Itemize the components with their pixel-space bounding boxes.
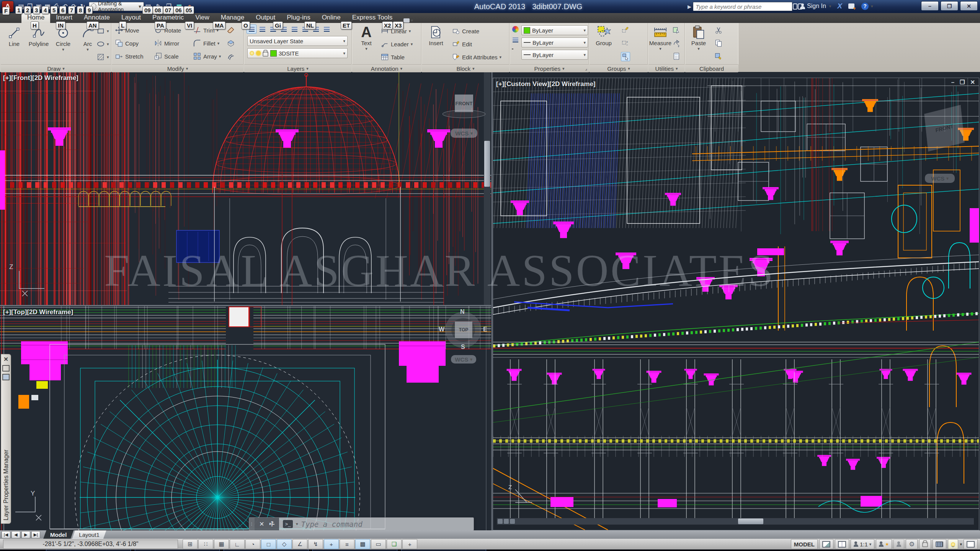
- toggle-show-transparency[interactable]: ▩: [355, 539, 370, 549]
- layer-on-icon[interactable]: [250, 51, 254, 55]
- layer-properties-palette-tab[interactable]: ✕ Layer Properties Manager: [1, 354, 11, 524]
- panel-label-groups[interactable]: Groups▾: [590, 64, 648, 72]
- chevron-down-icon[interactable]: ▾: [296, 522, 298, 527]
- insert-block-button[interactable]: Insert: [424, 24, 448, 46]
- hatch-button[interactable]: ▾: [96, 53, 109, 61]
- communication-center-icon[interactable]: [848, 3, 854, 9]
- drawing-window-custom-view[interactable]: [+][Custom View][2D Wireframe] – ❐ ✕ FRO…: [493, 78, 979, 530]
- minimize-button[interactable]: –: [921, 1, 939, 11]
- toggle-3d-object-snap[interactable]: ◇: [277, 539, 292, 549]
- chevron-down-icon[interactable]: ▾: [62, 47, 64, 52]
- copy-clip-button[interactable]: [714, 39, 723, 47]
- command-bar-grip[interactable]: ⋮: [249, 518, 255, 530]
- layer-tool-icon-1[interactable]: [257, 24, 267, 34]
- toggle-object-snap-tracking[interactable]: ∠: [292, 539, 307, 549]
- panel-label-properties[interactable]: Properties▾⌟: [510, 64, 589, 72]
- layer-combo[interactable]: 3DSITE ▾: [247, 48, 348, 58]
- tab-overflow-icon[interactable]: ▾: [403, 18, 413, 23]
- quick-calculator-button[interactable]: [672, 52, 681, 60]
- erase-button[interactable]: [227, 26, 235, 34]
- compass-n[interactable]: N: [460, 308, 465, 315]
- clean-screen-button[interactable]: [964, 539, 978, 549]
- palette-close-icon[interactable]: ✕: [3, 356, 8, 363]
- wcs-menu-custom[interactable]: WCS▾: [925, 174, 955, 183]
- explode-button[interactable]: [227, 39, 235, 47]
- quick-view-drawings-button[interactable]: [835, 539, 849, 549]
- chevron-down-icon[interactable]: ▾: [343, 39, 345, 44]
- edit-attributes-button[interactable]: Edit Attributes▾: [452, 53, 501, 61]
- front-vertical-scrollbar[interactable]: [484, 72, 490, 305]
- lock-ui-button[interactable]: [919, 539, 931, 549]
- chevron-down-icon[interactable]: ▾: [829, 4, 831, 9]
- toggle-infer-constraints[interactable]: ⊞: [183, 539, 198, 549]
- viewport-top[interactable]: [+][Top][2D Wireframe] N W E S TOP WCS▾ …: [0, 306, 491, 530]
- panel-label-utilities[interactable]: Utilities▾: [648, 64, 684, 72]
- next-tab-button[interactable]: ▶: [21, 531, 30, 538]
- rollover-arrow-icon[interactable]: ▶: [688, 4, 691, 10]
- toggle-quick-properties[interactable]: ▭: [371, 539, 386, 549]
- paste-button[interactable]: Paste ▾: [687, 24, 710, 51]
- move-button[interactable]: Move: [115, 26, 139, 34]
- compass-s[interactable]: S: [461, 344, 465, 350]
- group-button[interactable]: Group: [592, 24, 616, 46]
- toggle-selection-cycling[interactable]: ❏: [387, 539, 402, 549]
- workspace-switcher[interactable]: Drafting & Annotation ▼: [89, 2, 144, 11]
- chevron-down-icon[interactable]: ▾: [87, 47, 89, 52]
- quick-select-button[interactable]: [672, 26, 681, 34]
- auto-annotation-scale-button[interactable]: [893, 539, 904, 549]
- toggle-grid-display[interactable]: ▦: [214, 539, 229, 549]
- toggle-dynamic-ucs[interactable]: ↯: [308, 539, 323, 549]
- prev-tab-button[interactable]: ◀: [11, 531, 20, 538]
- measure-button[interactable]: Measure ▾: [648, 24, 672, 51]
- compass-e[interactable]: E: [483, 326, 487, 333]
- toggle-polar-tracking[interactable]: ◔: [245, 539, 260, 549]
- command-wrench-icon[interactable]: ⚒: [267, 520, 276, 529]
- panel-label-draw[interactable]: Draw▾: [1, 64, 111, 72]
- palette-autohide-icon[interactable]: [2, 365, 10, 372]
- model-space-button[interactable]: MODEL: [791, 539, 818, 549]
- quick-view-layouts-button[interactable]: [819, 539, 833, 549]
- layer-color-swatch[interactable]: [270, 50, 277, 57]
- layer-thaw-icon[interactable]: [256, 51, 261, 55]
- text-button[interactable]: A Text ▾: [354, 24, 378, 51]
- toggle-annotation-monitor[interactable]: +: [402, 539, 417, 549]
- point-style-button[interactable]: [672, 39, 681, 47]
- edit-block-button[interactable]: Edit: [452, 40, 472, 48]
- scrollbar-thumb[interactable]: [484, 141, 490, 187]
- last-tab-button[interactable]: ▶|: [31, 531, 40, 538]
- coordinates-readout[interactable]: -281'-5 1/2", -3.0968E+03, 4'-6 1/8": [3, 540, 178, 549]
- viewport-splitter-vertical[interactable]: [491, 72, 493, 530]
- layer-state-combo[interactable]: Unsaved Layer State▾: [247, 36, 348, 46]
- panel-label-annotation[interactable]: Annotation▾: [352, 64, 421, 72]
- viewcube-front[interactable]: FRONT: [455, 95, 473, 112]
- fillet-button[interactable]: Fillet▾: [193, 39, 219, 47]
- doc-close-button[interactable]: ✕: [970, 79, 975, 86]
- command-close-icon[interactable]: ✕: [259, 520, 264, 528]
- layer-tool-icon-4[interactable]: [289, 24, 299, 34]
- viewport-front[interactable]: [+][Front][2D Wireframe] FRONT WCS▾ Z: [0, 72, 491, 305]
- toggle-object-snap[interactable]: □: [261, 539, 276, 549]
- sign-in-area[interactable]: Sign In ▾ X ? ▾: [800, 2, 873, 10]
- panel-label-modify[interactable]: Modify▾: [112, 64, 243, 72]
- annotation-visibility-button[interactable]: ★: [876, 539, 892, 549]
- dialog-launcher-icon[interactable]: ⌟: [585, 66, 587, 71]
- copy-button[interactable]: Copy: [115, 39, 139, 47]
- viewport-custom-label[interactable]: [+][Custom View][2D Wireframe]: [496, 80, 596, 88]
- linetype-combo[interactable]: ByLayer▾: [521, 50, 588, 60]
- viewcube-top[interactable]: TOP: [455, 321, 472, 338]
- doc-minimize-button[interactable]: –: [951, 79, 954, 86]
- wcs-menu-front[interactable]: WCS▾: [451, 129, 477, 138]
- layer-tool-icon-7[interactable]: [322, 24, 332, 34]
- ellipse-button[interactable]: ▾: [96, 40, 109, 48]
- toggle-dynamic-input[interactable]: +: [324, 539, 339, 549]
- scale-button[interactable]: Scale: [154, 52, 179, 60]
- viewport-top-label[interactable]: [+][Top][2D Wireframe]: [3, 308, 73, 316]
- restore-button[interactable]: ❐: [941, 1, 958, 11]
- array-button[interactable]: Array▾: [193, 52, 221, 60]
- toggle-ortho-mode[interactable]: ∟: [230, 539, 245, 549]
- group-edit-button[interactable]: +−: [621, 39, 629, 47]
- command-prompt[interactable]: >_ ▾ Type a command: [279, 520, 474, 528]
- stretch-button[interactable]: Stretch: [115, 52, 144, 60]
- chevron-down-icon[interactable]: ▾: [871, 4, 873, 9]
- annotation-scale-button[interactable]: 1:1▾: [851, 539, 874, 549]
